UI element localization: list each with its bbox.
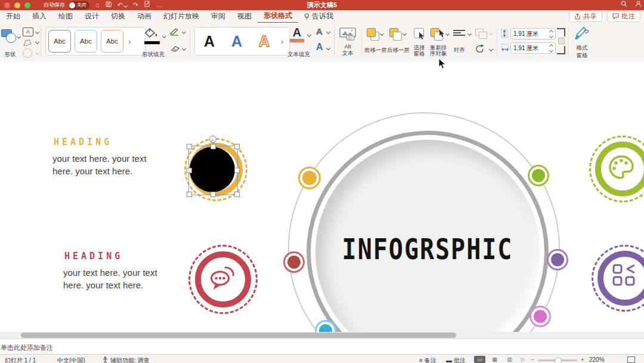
orbit-node-yellow[interactable]	[298, 167, 321, 189]
shape-styles-more-button[interactable]: ›	[128, 37, 131, 46]
palette-icon	[607, 153, 636, 182]
selection-handle-nw[interactable]	[187, 144, 192, 149]
ribbon-tab-bar: 开始 插入 绘图 设计 切换 动画 幻灯片放映 审阅 视图 形状格式 告诉我 共…	[0, 10, 644, 23]
crop-center-box	[558, 38, 565, 44]
tab-transitions[interactable]: 切换	[105, 10, 131, 23]
powerpoint-window: 自动保存 关闭 ⌂ ↶ ↷ … 演示文稿5 开始 插入 绘图 设计 切换 动画 …	[0, 0, 644, 363]
wordart-style-2[interactable]: A	[225, 30, 249, 53]
fit-to-window-button[interactable]	[627, 356, 635, 363]
selection-handle-ne[interactable]	[234, 144, 240, 149]
heading-1[interactable]: HEADING	[54, 137, 112, 147]
tab-review[interactable]: 审阅	[205, 10, 231, 23]
wordart-styles-more-button[interactable]: ›	[281, 37, 283, 46]
shape-style-3[interactable]: Abc	[101, 30, 123, 53]
text-outline-dropdown[interactable]	[326, 30, 330, 34]
tab-tell-me[interactable]: 告诉我	[298, 10, 339, 23]
share-button[interactable]: 共享	[569, 11, 602, 22]
width-stepper[interactable]	[550, 45, 553, 52]
selection-handle-s[interactable]	[210, 192, 216, 197]
tab-animations[interactable]: 动画	[131, 10, 157, 23]
autosave-state: 关闭	[77, 2, 86, 8]
search-icon[interactable]	[621, 0, 627, 10]
orbit-node-purple[interactable]	[547, 249, 568, 270]
rotation-handle[interactable]	[209, 136, 216, 143]
orbit-node-dark-red[interactable]	[283, 251, 305, 273]
close-window-button[interactable]	[4, 2, 10, 8]
text-effects-button[interactable]: A	[316, 42, 323, 53]
autosave-toggle[interactable]: 关闭	[69, 1, 89, 10]
tab-draw[interactable]: 绘图	[52, 10, 79, 23]
text-box-dropdown[interactable]	[35, 30, 39, 34]
notes-placeholder: 单击此处添加备注	[1, 343, 53, 352]
undo-icon[interactable]: ↶	[117, 0, 127, 10]
notes-toggle[interactable]: ≡ 备注	[419, 356, 436, 363]
edit-shape-dropdown[interactable]	[35, 40, 39, 44]
scrollbar-thumb[interactable]	[21, 333, 456, 338]
orbit-node-pink[interactable]	[530, 306, 551, 327]
slide-sorter-view-button[interactable]: ▦	[489, 356, 500, 363]
height-stepper[interactable]	[550, 30, 553, 38]
tab-shape-format[interactable]: 形状格式	[258, 10, 298, 23]
format-painter-icon[interactable]	[144, 0, 150, 10]
orbit-node-green[interactable]	[528, 165, 549, 186]
format-pane-button[interactable]: 格式 窗格	[571, 26, 593, 60]
heading-2[interactable]: HEADING	[64, 251, 123, 262]
shape-fill-dropdown[interactable]	[162, 34, 166, 38]
text-fill-dropdown[interactable]	[307, 33, 311, 37]
slideshow-button[interactable]: ▷	[518, 356, 529, 363]
normal-view-button[interactable]: ▭	[474, 356, 485, 363]
text-fill-button[interactable]: A	[290, 26, 304, 42]
reading-view-button[interactable]: ▥	[504, 356, 515, 363]
edit-shape-button[interactable]	[23, 38, 32, 49]
selection-handle-se[interactable]	[234, 192, 240, 197]
save-icon[interactable]	[106, 0, 112, 10]
selection-handle-sw[interactable]	[187, 192, 192, 197]
shape-fill-button[interactable]	[144, 27, 160, 44]
text-box-button[interactable]: A	[23, 27, 33, 36]
comments-toggle[interactable]: ▬ 批注	[446, 356, 466, 363]
shape-outline-button[interactable]	[169, 27, 180, 38]
shape-style-2[interactable]: Abc	[75, 30, 97, 53]
slide-canvas[interactable]: HEADING your text here. your text here. …	[0, 61, 644, 332]
selection-handle-w[interactable]	[187, 168, 192, 173]
selection-handle-e[interactable]	[234, 168, 240, 173]
body-text-2[interactable]: your text here. your text here. your tex…	[63, 266, 160, 291]
body-text-1[interactable]: your text here. your text here. your tex…	[52, 152, 150, 177]
redo-icon[interactable]: ↷	[133, 0, 138, 10]
comments-button[interactable]: 批注	[607, 11, 640, 22]
text-effects-dropdown[interactable]	[326, 46, 330, 50]
zoom-window-button[interactable]	[24, 2, 30, 8]
shape-effects-button[interactable]	[171, 44, 180, 55]
infographic-title[interactable]: INFOGRSPHIC	[311, 233, 544, 265]
horizontal-scrollbar[interactable]	[0, 332, 644, 339]
zoom-in-button[interactable]: +	[581, 356, 584, 363]
notes-pane[interactable]: 单击此处添加备注	[0, 339, 644, 355]
tab-slideshow[interactable]: 幻灯片放映	[157, 10, 205, 23]
accessibility-status[interactable]: 辅助功能: 调查	[110, 356, 150, 363]
zoom-level[interactable]: 220%	[589, 356, 605, 363]
text-outline-button[interactable]: A	[316, 26, 323, 36]
zoom-out-button[interactable]: −	[531, 356, 534, 363]
zoom-slider-knob[interactable]	[555, 357, 562, 363]
title-bar: 自动保存 关闭 ⌂ ↶ ↷ … 演示文稿5	[0, 0, 644, 10]
selection-handle-n[interactable]	[210, 144, 216, 149]
crop-corner-icon	[557, 46, 565, 54]
tab-insert[interactable]: 插入	[26, 10, 52, 23]
shape-fill-label: 形状填充	[140, 51, 167, 59]
account-icon[interactable]	[635, 0, 642, 10]
wordart-style-3[interactable]: A	[252, 30, 276, 53]
shape-outline-dropdown[interactable]	[182, 30, 186, 34]
tab-view[interactable]: 视图	[231, 10, 258, 23]
shape-styles-gallery: Abc Abc Abc ›	[45, 27, 145, 56]
tab-design[interactable]: 设计	[79, 10, 105, 23]
shape-effects-dropdown[interactable]	[182, 47, 186, 51]
insert-shape-button[interactable]	[1, 28, 19, 46]
wordart-style-1[interactable]: A	[197, 30, 221, 53]
tab-home[interactable]: 开始	[0, 10, 26, 23]
more-commands-icon[interactable]: …	[156, 0, 163, 10]
language-indicator[interactable]: 中文(中国)	[57, 356, 85, 363]
shape-style-1[interactable]: Abc	[48, 30, 71, 53]
minimize-window-button[interactable]	[14, 2, 20, 8]
home-icon[interactable]: ⌂	[95, 0, 100, 10]
alt-text-button[interactable]: Alt 文本	[338, 27, 358, 57]
